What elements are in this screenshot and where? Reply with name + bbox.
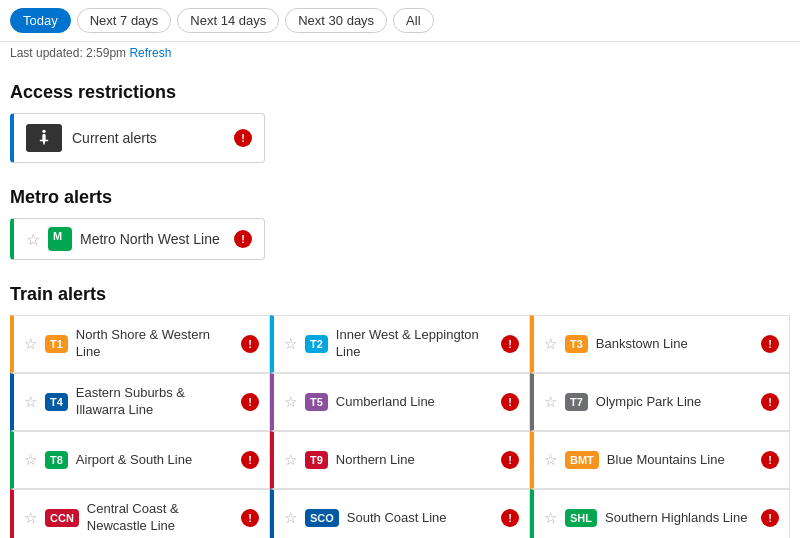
train-star-t2[interactable]: ☆ — [284, 335, 297, 353]
train-alert-sco: ! — [501, 509, 519, 527]
train-card-t5[interactable]: ☆T5Cumberland Line! — [270, 373, 530, 431]
metro-badge: M — [48, 227, 72, 251]
access-section-title: Access restrictions — [10, 82, 790, 103]
train-alert-t5: ! — [501, 393, 519, 411]
train-card-t7[interactable]: ☆T7Olympic Park Line! — [530, 373, 790, 431]
metro-line-label: Metro North West Line — [80, 231, 228, 247]
train-alert-bmt: ! — [761, 451, 779, 469]
train-alert-t2: ! — [501, 335, 519, 353]
nav-btn-all[interactable]: All — [393, 8, 433, 33]
metro-card[interactable]: ☆ M Metro North West Line ! — [10, 218, 265, 260]
train-label-t7: Olympic Park Line — [596, 394, 755, 411]
train-alert-t3: ! — [761, 335, 779, 353]
train-card-t1[interactable]: ☆T1North Shore & Western Line! — [10, 315, 270, 373]
train-badge-t1: T1 — [45, 335, 68, 353]
train-alert-t7: ! — [761, 393, 779, 411]
train-label-t1: North Shore & Western Line — [76, 327, 235, 361]
train-badge-bmt: BMT — [565, 451, 599, 469]
nav-btn-next-30-days[interactable]: Next 30 days — [285, 8, 387, 33]
train-badge-t3: T3 — [565, 335, 588, 353]
train-badge-t7: T7 — [565, 393, 588, 411]
train-label-bmt: Blue Mountains Line — [607, 452, 755, 469]
nav-btn-next-14-days[interactable]: Next 14 days — [177, 8, 279, 33]
train-star-ccn[interactable]: ☆ — [24, 509, 37, 527]
accessibility-icon — [26, 124, 62, 152]
train-label-t8: Airport & South Line — [76, 452, 235, 469]
train-badge-t2: T2 — [305, 335, 328, 353]
metro-section: Metro alerts ☆ M Metro North West Line ! — [0, 175, 800, 272]
access-label: Current alerts — [72, 130, 228, 146]
train-badge-t4: T4 — [45, 393, 68, 411]
train-card-sco[interactable]: ☆SCOSouth Coast Line! — [270, 489, 530, 538]
train-card-bmt[interactable]: ☆BMTBlue Mountains Line! — [530, 431, 790, 489]
metro-alert-icon: ! — [234, 230, 252, 248]
last-updated-text: Last updated: 2:59pm — [10, 46, 126, 60]
train-label-t4: Eastern Suburbs & Illawarra Line — [76, 385, 235, 419]
train-star-t1[interactable]: ☆ — [24, 335, 37, 353]
train-alert-t4: ! — [241, 393, 259, 411]
train-section-title: Train alerts — [10, 284, 790, 305]
train-label-sco: South Coast Line — [347, 510, 495, 527]
train-badge-t9: T9 — [305, 451, 328, 469]
train-alert-shl: ! — [761, 509, 779, 527]
train-badge-t5: T5 — [305, 393, 328, 411]
train-label-t3: Bankstown Line — [596, 336, 755, 353]
train-star-t5[interactable]: ☆ — [284, 393, 297, 411]
train-card-ccn[interactable]: ☆CCNCentral Coast & Newcastle Line! — [10, 489, 270, 538]
train-card-t2[interactable]: ☆T2Inner West & Leppington Line! — [270, 315, 530, 373]
train-card-t4[interactable]: ☆T4Eastern Suburbs & Illawarra Line! — [10, 373, 270, 431]
train-star-t7[interactable]: ☆ — [544, 393, 557, 411]
train-star-sco[interactable]: ☆ — [284, 509, 297, 527]
train-badge-t8: T8 — [45, 451, 68, 469]
train-card-t3[interactable]: ☆T3Bankstown Line! — [530, 315, 790, 373]
train-label-t9: Northern Line — [336, 452, 495, 469]
train-star-t4[interactable]: ☆ — [24, 393, 37, 411]
last-updated-bar: Last updated: 2:59pm Refresh — [0, 42, 800, 70]
access-section: Access restrictions Current alerts ! — [0, 70, 800, 175]
train-label-shl: Southern Highlands Line — [605, 510, 755, 527]
train-star-bmt[interactable]: ☆ — [544, 451, 557, 469]
train-card-t8[interactable]: ☆T8Airport & South Line! — [10, 431, 270, 489]
train-card-t9[interactable]: ☆T9Northern Line! — [270, 431, 530, 489]
train-label-t2: Inner West & Leppington Line — [336, 327, 495, 361]
train-badge-sco: SCO — [305, 509, 339, 527]
train-alert-t9: ! — [501, 451, 519, 469]
train-alert-t1: ! — [241, 335, 259, 353]
train-star-t3[interactable]: ☆ — [544, 335, 557, 353]
train-card-shl[interactable]: ☆SHLSouthern Highlands Line! — [530, 489, 790, 538]
train-alert-t8: ! — [241, 451, 259, 469]
train-grid: ☆T1North Shore & Western Line!☆T2Inner W… — [10, 315, 790, 538]
access-alert-icon: ! — [234, 129, 252, 147]
train-badge-ccn: CCN — [45, 509, 79, 527]
nav-btn-today[interactable]: Today — [10, 8, 71, 33]
train-star-shl[interactable]: ☆ — [544, 509, 557, 527]
metro-section-title: Metro alerts — [10, 187, 790, 208]
metro-star[interactable]: ☆ — [26, 230, 40, 249]
top-nav: TodayNext 7 daysNext 14 daysNext 30 days… — [0, 0, 800, 42]
refresh-link[interactable]: Refresh — [129, 46, 171, 60]
train-alert-ccn: ! — [241, 509, 259, 527]
train-badge-shl: SHL — [565, 509, 597, 527]
svg-point-0 — [42, 130, 45, 133]
train-star-t9[interactable]: ☆ — [284, 451, 297, 469]
access-card[interactable]: Current alerts ! — [10, 113, 265, 163]
train-section: Train alerts ☆T1North Shore & Western Li… — [0, 272, 800, 538]
train-label-t5: Cumberland Line — [336, 394, 495, 411]
nav-btn-next-7-days[interactable]: Next 7 days — [77, 8, 172, 33]
train-label-ccn: Central Coast & Newcastle Line — [87, 501, 235, 535]
train-star-t8[interactable]: ☆ — [24, 451, 37, 469]
